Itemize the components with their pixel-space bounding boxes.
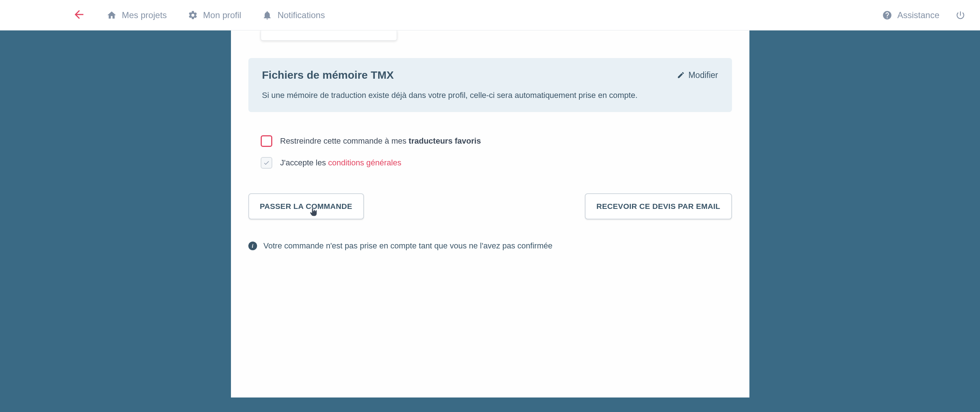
restrict-favorites-checkbox[interactable] (261, 135, 272, 147)
upload-card-fragment (261, 30, 397, 41)
nav-support[interactable]: Assistance (882, 10, 939, 20)
edit-icon (677, 71, 685, 79)
restrict-favorites-row: Restreindre cette commande à mes traduct… (261, 135, 732, 147)
page-background: Fichiers de mémoire TMX Modifier Si une … (0, 30, 980, 412)
check-icon (263, 159, 270, 166)
arrow-left-icon (73, 8, 86, 21)
bell-icon (262, 10, 272, 20)
accept-terms-checkbox (261, 157, 272, 169)
top-navigation-bar: Mes projets Mon profil Notifications Ass… (0, 0, 980, 30)
home-icon (107, 10, 117, 20)
modify-label: Modifier (689, 70, 718, 80)
place-order-button[interactable]: PASSER LA COMMANDE (248, 193, 364, 220)
email-quote-button[interactable]: RECEVOIR CE DEVIS PAR EMAIL (585, 193, 732, 220)
terms-link[interactable]: conditions générales (328, 158, 401, 167)
nav-profile-label: Mon profil (203, 10, 241, 20)
gear-icon (188, 10, 198, 20)
nav-support-label: Assistance (897, 10, 939, 20)
tmx-card-description: Si une mémoire de traduction existe déjà… (262, 89, 718, 101)
info-icon: i (248, 242, 257, 250)
back-button[interactable] (73, 8, 86, 22)
tmx-card-title: Fichiers de mémoire TMX (262, 69, 394, 81)
content-panel: Fichiers de mémoire TMX Modifier Si une … (231, 30, 749, 398)
power-icon (955, 10, 966, 20)
restrict-favorites-label: Restreindre cette commande à mes traduct… (280, 136, 481, 146)
accept-terms-row: J'accepte les conditions générales (261, 157, 732, 169)
help-icon (882, 10, 892, 20)
nav-projects[interactable]: Mes projets (107, 10, 167, 20)
nav-projects-label: Mes projets (122, 10, 167, 20)
tmx-card: Fichiers de mémoire TMX Modifier Si une … (248, 58, 732, 112)
accept-terms-label: J'accepte les conditions générales (280, 158, 401, 167)
nav-notifications[interactable]: Notifications (262, 10, 325, 20)
nav-profile[interactable]: Mon profil (188, 10, 241, 20)
nav-notifications-label: Notifications (277, 10, 325, 20)
info-row: i Votre commande n'est pas prise en comp… (248, 241, 732, 251)
modify-button[interactable]: Modifier (677, 70, 718, 80)
logout-button[interactable] (955, 10, 966, 20)
info-text: Votre commande n'est pas prise en compte… (264, 241, 552, 251)
